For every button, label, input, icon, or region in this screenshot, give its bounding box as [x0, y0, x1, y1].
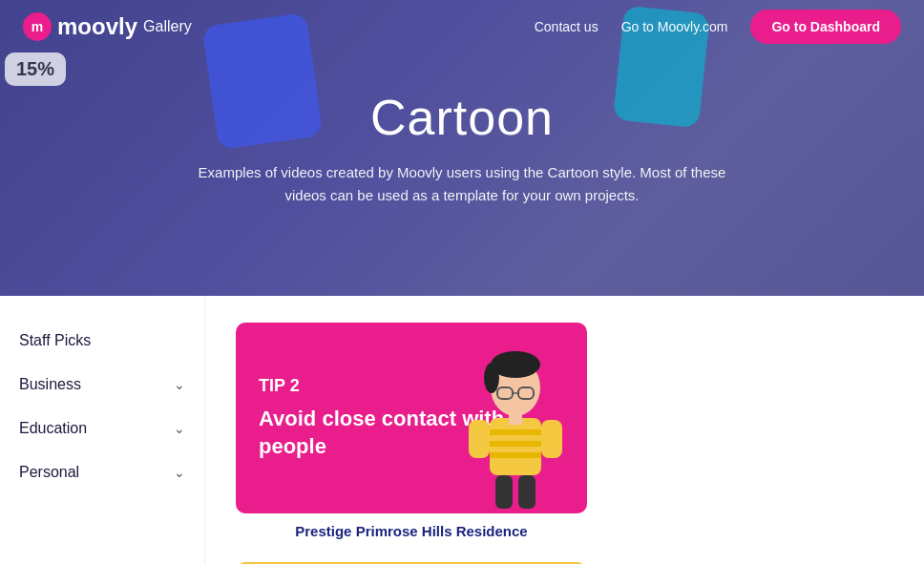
sidebar-item-education[interactable]: Education ⌄ [0, 407, 204, 450]
gallery-section: TIP 2 Avoid close contact with people [205, 296, 924, 564]
sidebar-item-staff-picks[interactable]: Staff Picks [0, 319, 204, 363]
sidebar-item-business[interactable]: Business ⌄ [0, 363, 204, 407]
sidebar-item-label: Personal [19, 464, 79, 481]
navbar: m moovly Gallery Contact us Go to Moovly… [0, 0, 924, 53]
card-thumbnail-1: TIP 2 Avoid close contact with people [236, 323, 587, 513]
cartoon-person-figure [463, 351, 568, 513]
chevron-down-icon: ⌄ [174, 421, 185, 436]
svg-rect-13 [495, 475, 513, 509]
svg-rect-11 [469, 420, 490, 458]
card-title-1: Prestige Primrose Hills Residence [236, 523, 587, 539]
dashboard-button[interactable]: Go to Dashboard [750, 10, 901, 44]
sidebar-item-label: Business [19, 376, 81, 393]
chevron-down-icon: ⌄ [174, 377, 185, 392]
sidebar-item-label: Staff Picks [19, 332, 91, 349]
sidebar-item-personal[interactable]: Personal ⌄ [0, 450, 204, 494]
svg-point-2 [484, 363, 499, 393]
hero-subtitle: Examples of videos created by Moovly use… [195, 161, 729, 207]
gallery-label: Gallery [143, 18, 192, 35]
svg-rect-10 [509, 413, 522, 425]
gallery-card-1[interactable]: TIP 2 Avoid close contact with people [236, 323, 587, 539]
svg-rect-7 [490, 429, 541, 435]
svg-rect-12 [541, 420, 562, 458]
goto-moovly-link[interactable]: Go to Moovly.com [621, 19, 728, 34]
logo-icon: m [23, 12, 52, 41]
logo[interactable]: m moovly Gallery [23, 12, 192, 41]
sidebar: Staff Picks Business ⌄ Education ⌄ Perso… [0, 296, 205, 564]
svg-rect-14 [518, 475, 536, 509]
main-content: Staff Picks Business ⌄ Education ⌄ Perso… [0, 296, 924, 564]
sidebar-item-label: Education [19, 420, 87, 437]
svg-rect-8 [490, 441, 541, 447]
logo-wordmark: moovly [57, 13, 137, 40]
chevron-down-icon: ⌄ [174, 465, 185, 480]
svg-rect-9 [490, 452, 541, 458]
nav-links: Contact us Go to Moovly.com Go to Dashbo… [535, 10, 901, 44]
contact-link[interactable]: Contact us [535, 19, 598, 34]
hero-content: Cartoon Examples of videos created by Mo… [195, 89, 729, 207]
hero-title: Cartoon [195, 89, 729, 146]
